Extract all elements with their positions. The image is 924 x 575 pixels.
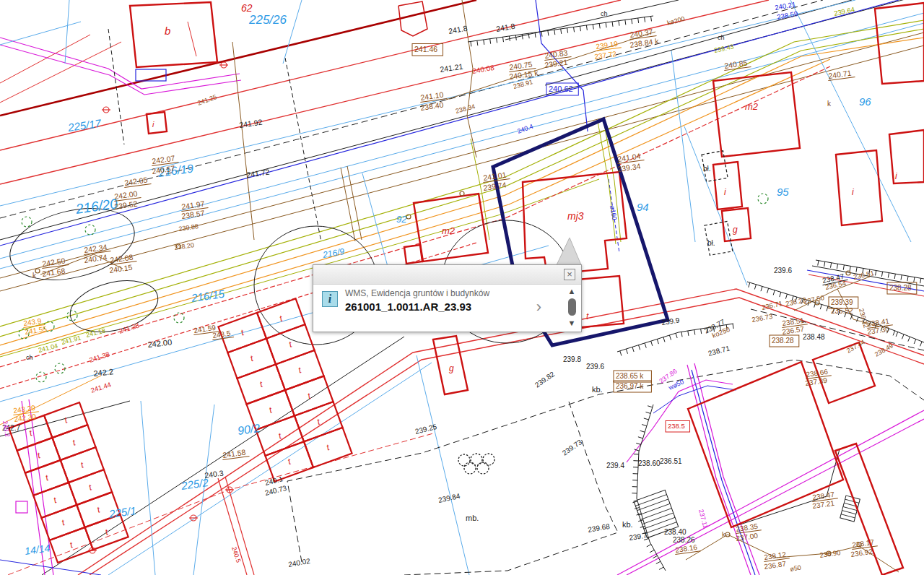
svg-text:238.60: 238.60 (638, 459, 661, 467)
svg-text:i: i (724, 187, 726, 197)
popup-header[interactable]: × (313, 265, 581, 285)
svg-text:g: g (733, 225, 738, 235)
svg-text:242.2: 242.2 (93, 367, 114, 378)
svg-text:239.84: 239.84 (437, 492, 461, 504)
svg-text:242.00: 242.00 (147, 338, 173, 349)
svg-text:238.28: 238.28 (889, 284, 912, 292)
svg-text:t: t (315, 416, 322, 427)
svg-text:240.62: 240.62 (549, 85, 573, 93)
chevron-right-icon[interactable]: › (536, 298, 541, 316)
svg-text:t: t (240, 327, 246, 338)
svg-text:241.21: 241.21 (440, 62, 464, 74)
svg-text:t: t (258, 379, 265, 390)
svg-text:240.5: 240.5 (230, 546, 242, 564)
svg-text:236.52: 236.52 (831, 307, 853, 315)
svg-text:t: t (287, 339, 294, 350)
identify-popup: × i WMS, Ewidencja gruntów i budynków 26… (313, 264, 582, 332)
svg-text:t: t (306, 391, 313, 402)
svg-text:240.3: 240.3 (204, 468, 225, 480)
svg-text:238.40: 238.40 (664, 528, 687, 536)
popup-feature-id: 261001_1.0011.AR_23.93 (345, 301, 533, 313)
svg-text:t: t (61, 517, 67, 528)
svg-text:g: g (449, 363, 454, 373)
svg-text:238.16: 238.16 (675, 543, 698, 554)
svg-text:239.9: 239.9 (661, 316, 681, 327)
svg-text:kb.: kb. (622, 520, 633, 529)
svg-text:241.72: 241.72 (246, 168, 271, 179)
garage-blocks: tttttttttttttttttttttttt (9, 298, 352, 562)
scrollbar-thumb[interactable] (568, 298, 576, 316)
svg-text:t: t (63, 415, 69, 425)
svg-text:t: t (104, 527, 110, 537)
svg-text:t: t (277, 431, 284, 441)
svg-text:241.92: 241.92 (239, 118, 263, 129)
svg-text:237.11: 237.11 (697, 509, 710, 529)
svg-text:i: i (852, 187, 854, 197)
svg-text:225/26: 225/26 (248, 13, 287, 27)
svg-text:m2: m2 (442, 225, 456, 236)
scroll-down-icon[interactable]: ▼ (565, 318, 578, 328)
svg-text:t: t (71, 437, 78, 448)
svg-text:238.20: 238.20 (174, 241, 195, 251)
svg-text:ch: ch (601, 10, 608, 17)
popup-body: i WMS, Ewidencja gruntów i budynków 2610… (313, 285, 581, 333)
svg-text:216/15: 216/15 (190, 288, 225, 304)
svg-text:bł.: bł. (703, 165, 711, 173)
close-icon[interactable]: × (564, 269, 575, 280)
svg-text:t: t (586, 311, 589, 321)
svg-text:238.5: 238.5 (668, 422, 685, 430)
svg-text:241.28: 241.28 (118, 321, 140, 334)
svg-text:94: 94 (637, 201, 649, 213)
svg-text:239.6: 239.6 (586, 363, 604, 371)
svg-text:216/20: 216/20 (74, 196, 119, 217)
svg-text:ø50: ø50 (790, 563, 802, 573)
svg-text:239.68: 239.68 (587, 522, 610, 534)
svg-text:239.4: 239.4 (606, 462, 624, 470)
popup-scrollbar[interactable]: ▲ ▼ (565, 286, 578, 331)
svg-text:239.43: 239.43 (713, 43, 734, 54)
svg-text:ø160: ø160 (609, 205, 618, 221)
svg-text:mb.: mb. (466, 514, 479, 522)
svg-text:237.50: 237.50 (803, 293, 825, 306)
svg-text:m2: m2 (745, 101, 759, 112)
svg-text:t: t (52, 495, 58, 506)
svg-text:62: 62 (241, 2, 253, 14)
svg-text:238.65 k: 238.65 k (616, 372, 644, 380)
svg-text:238.49: 238.49 (873, 342, 894, 358)
svg-text:237.72: 237.72 (594, 50, 617, 61)
svg-text:239.73: 239.73 (561, 438, 584, 457)
svg-text:239.39: 239.39 (831, 298, 853, 306)
popup-texts: WMS, Ewidencja gruntów i budynków 261001… (345, 288, 533, 313)
svg-text:241.04: 241.04 (38, 342, 58, 354)
scroll-up-icon[interactable]: ▲ (565, 286, 578, 296)
info-icon: i (322, 291, 338, 307)
svg-text:96: 96 (859, 95, 871, 108)
svg-text:t: t (95, 504, 102, 515)
svg-text:kb.: kb. (592, 385, 603, 394)
svg-text:225/17: 225/17 (66, 117, 102, 134)
popup-leader (556, 238, 582, 267)
svg-text:241.58: 241.58 (222, 448, 247, 459)
svg-text:239.25: 239.25 (414, 423, 438, 436)
svg-text:241.8: 241.8 (448, 24, 468, 35)
svg-text:mj3: mj3 (567, 210, 584, 222)
svg-text:239.88: 239.88 (178, 222, 199, 233)
svg-text:240.85: 240.85 (724, 59, 749, 70)
svg-text:242.05: 242.05 (124, 176, 149, 187)
svg-text:240.4: 240.4 (516, 123, 534, 135)
svg-text:t: t (87, 482, 94, 493)
svg-text:236.97 k: 236.97 k (616, 382, 644, 390)
svg-text:240.08: 240.08 (471, 64, 494, 75)
map-viewport[interactable]: tttttttttttttttttttttttt225/26225/17216/… (0, 0, 924, 575)
svg-text:238.48: 238.48 (803, 333, 825, 341)
svg-text:239.8: 239.8 (563, 355, 581, 363)
svg-text:i: i (152, 120, 154, 129)
svg-text:95: 95 (777, 186, 789, 198)
svg-text:t: t (325, 442, 331, 453)
svg-text:14/14: 14/14 (24, 542, 51, 557)
svg-text:k: k (722, 531, 725, 538)
svg-text:239.82: 239.82 (533, 370, 557, 389)
svg-text:238.28: 238.28 (772, 337, 794, 345)
svg-text:238.71: 238.71 (707, 344, 731, 358)
svg-text:t: t (79, 459, 86, 470)
